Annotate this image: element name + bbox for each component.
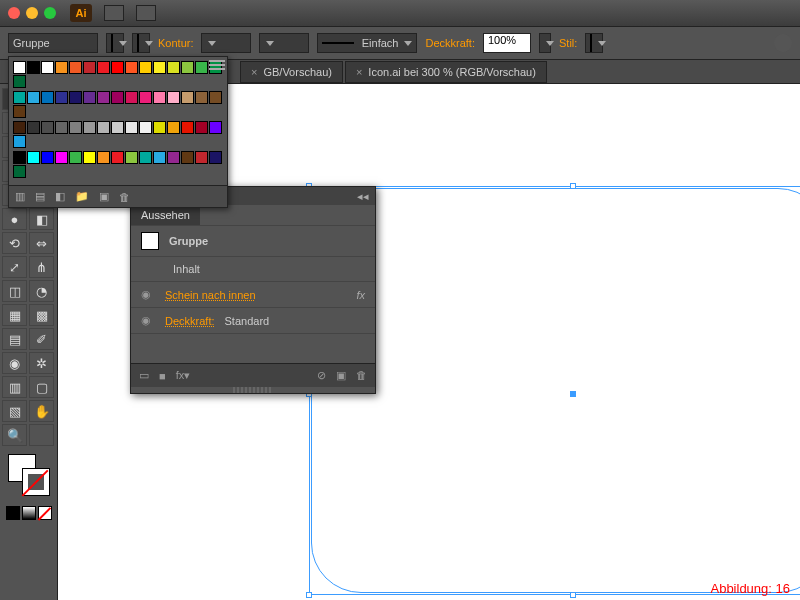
slice-tool[interactable]: ▧	[2, 400, 27, 422]
swatch[interactable]	[41, 121, 54, 134]
swatch[interactable]	[111, 61, 124, 74]
stroke-weight[interactable]	[201, 33, 251, 53]
doc-tab[interactable]: ×Icon.ai bei 300 % (RGB/Vorschau)	[345, 61, 547, 83]
add-effect-icon[interactable]: fx▾	[176, 369, 191, 382]
swatch[interactable]	[181, 151, 194, 164]
opacity-dd[interactable]	[539, 33, 551, 53]
swatch[interactable]	[97, 61, 110, 74]
swatch[interactable]	[167, 61, 180, 74]
swatch[interactable]	[55, 121, 68, 134]
swatch[interactable]	[55, 151, 68, 164]
clear-icon[interactable]: ⊘	[317, 369, 326, 382]
minimize-window[interactable]	[26, 7, 38, 19]
swatch[interactable]	[111, 91, 124, 104]
swatch[interactable]	[83, 151, 96, 164]
swatch[interactable]	[125, 121, 138, 134]
swatch[interactable]	[195, 61, 208, 74]
swatch[interactable]	[97, 151, 110, 164]
new-fill-icon[interactable]: ■	[159, 370, 166, 382]
swatch[interactable]	[97, 121, 110, 134]
swatch[interactable]	[55, 61, 68, 74]
trash-icon[interactable]: 🗑	[119, 191, 130, 203]
resize-grip[interactable]	[233, 387, 273, 393]
new-group-icon[interactable]: 📁	[75, 190, 89, 203]
arrange-icon[interactable]	[136, 5, 156, 21]
rotate-tool[interactable]: ⟲	[2, 232, 27, 254]
maximize-window[interactable]	[44, 7, 56, 19]
swatch[interactable]	[195, 121, 208, 134]
swatch[interactable]	[69, 151, 82, 164]
swatch[interactable]	[181, 121, 194, 134]
swatch[interactable]	[83, 61, 96, 74]
swatch[interactable]	[13, 105, 26, 118]
swatch[interactable]	[83, 121, 96, 134]
swatch[interactable]	[13, 91, 26, 104]
swatch[interactable]	[27, 121, 40, 134]
none-mode[interactable]	[38, 506, 52, 520]
swatch[interactable]	[27, 91, 40, 104]
swatch[interactable]	[139, 61, 152, 74]
show-menu-icon[interactable]: ▤	[35, 190, 45, 203]
eyedropper-tool[interactable]: ✐	[29, 328, 54, 350]
swatch[interactable]	[181, 91, 194, 104]
fx-icon[interactable]: fx	[356, 289, 365, 301]
swatch[interactable]	[139, 151, 152, 164]
doc-tab[interactable]: ×GB/Vorschau)	[240, 61, 343, 83]
collapse-icon[interactable]: ◂◂	[357, 190, 369, 203]
close-icon[interactable]: ×	[356, 66, 362, 78]
new-swatch-icon[interactable]: ▣	[99, 190, 109, 203]
swatch[interactable]	[209, 151, 222, 164]
stroke-width-dd[interactable]	[259, 33, 309, 53]
swatch[interactable]	[13, 75, 26, 88]
free-transform[interactable]: ◫	[2, 280, 27, 302]
graph-tool[interactable]: ▥	[2, 376, 27, 398]
fill-stroke-control[interactable]	[8, 454, 50, 496]
gradient-mode[interactable]	[22, 506, 36, 520]
swatch[interactable]	[153, 151, 166, 164]
swatch[interactable]	[167, 151, 180, 164]
swatch[interactable]	[41, 91, 54, 104]
inner-glow-link[interactable]: Schein nach innen	[165, 289, 256, 301]
swatch[interactable]	[153, 91, 166, 104]
visibility-icon[interactable]: ◉	[141, 314, 155, 327]
close-icon[interactable]: ×	[251, 66, 257, 78]
swatch[interactable]	[195, 151, 208, 164]
swatch[interactable]	[181, 61, 194, 74]
swatch[interactable]	[195, 91, 208, 104]
swatch[interactable]	[153, 121, 166, 134]
gradient-tool[interactable]: ▤	[2, 328, 27, 350]
stroke-swatch-dd[interactable]	[132, 33, 150, 53]
mesh-tool[interactable]: ▩	[29, 304, 54, 326]
swatch[interactable]	[13, 151, 26, 164]
duplicate-icon[interactable]: ▣	[336, 369, 346, 382]
bridge-icon[interactable]	[104, 5, 124, 21]
shape-builder[interactable]: ◔	[29, 280, 54, 302]
scale-tool[interactable]: ⤢	[2, 256, 27, 278]
swatch[interactable]	[13, 121, 26, 134]
color-mode[interactable]	[6, 506, 20, 520]
inner-glow-row[interactable]: ◉ Schein nach innen fx	[131, 281, 375, 307]
opacity-link[interactable]: Deckkraft:	[165, 315, 215, 327]
eraser-tool[interactable]: ◧	[29, 208, 54, 230]
swatch[interactable]	[69, 91, 82, 104]
swatch[interactable]	[167, 121, 180, 134]
appearance-tab[interactable]: Aussehen	[131, 205, 200, 225]
blob-tool[interactable]: ●	[2, 208, 27, 230]
visibility-icon[interactable]: ◉	[141, 288, 155, 301]
lib-icon[interactable]: ▥	[15, 190, 25, 203]
selection-dropdown[interactable]: Gruppe	[8, 33, 98, 53]
swatch[interactable]	[153, 61, 166, 74]
content-row[interactable]: Inhalt	[131, 256, 375, 281]
hand-tool[interactable]: ✋	[29, 400, 54, 422]
zoom-tool[interactable]: 🔍	[2, 424, 27, 446]
swatch[interactable]	[139, 91, 152, 104]
swatch[interactable]	[139, 121, 152, 134]
swatch[interactable]	[13, 135, 26, 148]
width-tool[interactable]: ⋔	[29, 256, 54, 278]
symbol-tool[interactable]: ✲	[29, 352, 54, 374]
swatch[interactable]	[69, 121, 82, 134]
swatch[interactable]	[41, 151, 54, 164]
swatch[interactable]	[125, 91, 138, 104]
swatch[interactable]	[27, 151, 40, 164]
swatch[interactable]	[13, 165, 26, 178]
